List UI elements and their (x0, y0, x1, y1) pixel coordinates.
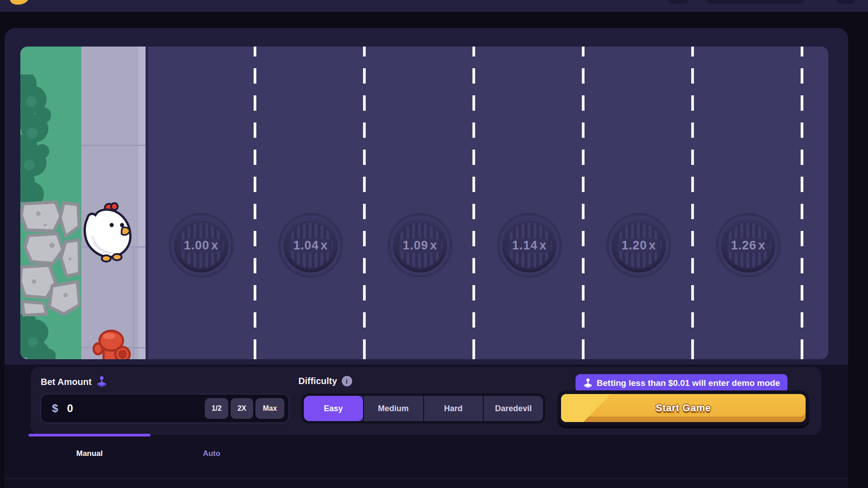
multiplier-value: 1.09 (403, 239, 429, 253)
manhole-multiplier: 1.26x (718, 216, 778, 275)
multiplier-label: 1.20x (620, 238, 658, 253)
bet-max-button[interactable]: Max (255, 398, 284, 419)
difficulty-label: Difficulty i (298, 376, 352, 386)
multiplier-value: 1.00 (184, 239, 210, 253)
manhole-multiplier: 1.20x (609, 216, 669, 275)
stone-path-icon (20, 200, 80, 316)
multiplier-label: 1.04x (292, 238, 330, 253)
bet-double-button[interactable]: 2X (231, 398, 253, 419)
lane-divider (801, 47, 803, 359)
multiplier-label: 1.26x (729, 238, 768, 253)
sidewalk-curb (138, 47, 146, 359)
road (146, 47, 828, 359)
currency-symbol: $ (52, 402, 58, 415)
section-divider (5, 478, 848, 479)
lane-divider (582, 47, 585, 359)
start-game-button[interactable]: Start Game (557, 390, 809, 426)
bet-amount-input-group: $ 1/2 2X Max (40, 394, 289, 423)
info-icon[interactable]: i (342, 376, 352, 386)
multiplier-suffix: x (430, 239, 437, 253)
difficulty-button-row: Easy Medium Hard Daredevil (304, 396, 543, 421)
multiplier-label: 1.00x (182, 238, 221, 253)
sidewalk-tile-line (81, 145, 146, 146)
lane-divider (363, 47, 366, 359)
chicken-character-icon (83, 202, 135, 263)
multiplier-value: 1.26 (731, 239, 757, 253)
manhole-multiplier: 1.00x (171, 216, 231, 275)
bet-controls-panel: Bet Amount $ 1/2 2X Max Difficulty (31, 367, 821, 435)
lane-divider (254, 47, 256, 359)
fire-hydrant-icon (93, 329, 132, 359)
multiplier-suffix: x (539, 239, 547, 253)
bet-quick-buttons: 1/2 2X Max (205, 398, 284, 419)
difficulty-label-text: Difficulty (298, 376, 337, 386)
bet-amount-input[interactable] (66, 402, 188, 415)
difficulty-button-group: Easy Medium Hard Daredevil (302, 394, 545, 423)
difficulty-daredevil-button[interactable]: Daredevil (483, 396, 543, 421)
multiplier-suffix: x (649, 239, 656, 253)
site-logo (9, 0, 30, 6)
joystick-icon (583, 378, 593, 389)
tab-manual[interactable]: Manual (28, 435, 151, 473)
sidewalk-tile-line (133, 246, 134, 359)
difficulty-medium-button[interactable]: Medium (363, 396, 423, 421)
demo-mode-notice: Betting less than $0.01 will enter demo … (576, 374, 788, 392)
bet-half-button[interactable]: 1/2 (205, 398, 228, 419)
multiplier-label: 1.14x (510, 238, 549, 253)
joystick-icon (96, 376, 107, 388)
manhole-multiplier: 1.04x (281, 216, 340, 275)
multiplier-suffix: x (211, 239, 218, 253)
multiplier-value: 1.04 (293, 239, 319, 253)
game-panel: 1.00x 1.04x 1.09x 1.14x 1.20x (5, 28, 848, 488)
manhole-multiplier: 1.14x (500, 216, 559, 275)
demo-mode-notice-text: Betting less than $0.01 will enter demo … (597, 378, 780, 388)
top-navigation-bar (0, 0, 868, 12)
game-board: 1.00x 1.04x 1.09x 1.14x 1.20x (20, 47, 828, 359)
top-partial-button[interactable] (707, 0, 805, 4)
manhole-multiplier: 1.09x (390, 216, 450, 275)
lane-divider (691, 47, 694, 359)
bush-cluster-icon (20, 75, 62, 206)
top-partial-button[interactable] (668, 0, 689, 4)
bet-amount-label-text: Bet Amount (41, 377, 92, 387)
multiplier-suffix: x (321, 239, 328, 253)
difficulty-hard-button[interactable]: Hard (423, 396, 483, 421)
multiplier-value: 1.20 (622, 239, 647, 253)
bush-cluster-icon (20, 314, 56, 359)
top-partial-button[interactable] (836, 0, 856, 4)
multiplier-value: 1.14 (512, 239, 538, 253)
lane-divider (472, 47, 475, 359)
difficulty-easy-button[interactable]: Easy (304, 396, 363, 421)
multiplier-label: 1.09x (401, 238, 439, 253)
start-game-label: Start Game (656, 402, 711, 414)
tab-auto[interactable]: Auto (151, 435, 273, 473)
game-board-frame: 1.00x 1.04x 1.09x 1.14x 1.20x (5, 28, 848, 365)
bet-amount-label: Bet Amount (41, 376, 107, 388)
multiplier-suffix: x (758, 239, 765, 253)
chicken-road-game-page: 1.00x 1.04x 1.09x 1.14x 1.20x (0, 0, 868, 488)
